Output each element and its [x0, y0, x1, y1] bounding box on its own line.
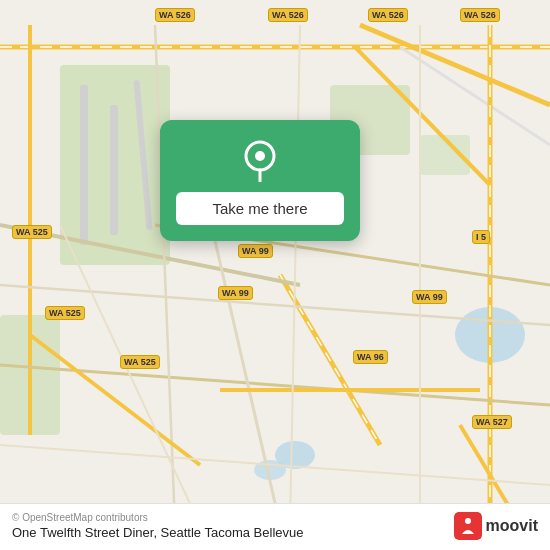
route-wa99-3: WA 99: [412, 290, 447, 304]
location-pin-icon: [238, 138, 282, 182]
moovit-logo: moovit: [454, 512, 538, 540]
route-wa99-1: WA 99: [238, 244, 273, 258]
map-container: WA 526 WA 526 WA 526 WA 526 WA 525 WA 52…: [0, 0, 550, 550]
take-me-there-button[interactable]: Take me there: [176, 192, 344, 225]
route-wa525-2: WA 525: [45, 306, 85, 320]
place-name: One Twelfth Street Diner, Seattle Tacoma…: [12, 525, 303, 540]
svg-point-34: [255, 151, 265, 161]
route-wa526-4: WA 526: [460, 8, 500, 22]
route-wa527: WA 527: [472, 415, 512, 429]
bottom-bar-info: © OpenStreetMap contributors One Twelfth…: [12, 512, 303, 540]
route-wa526-1: WA 526: [155, 8, 195, 22]
route-wa526-3: WA 526: [368, 8, 408, 22]
bottom-bar: © OpenStreetMap contributors One Twelfth…: [0, 503, 550, 550]
svg-rect-4: [80, 85, 88, 245]
moovit-icon: [454, 512, 482, 540]
route-wa525-1: WA 525: [12, 225, 52, 239]
svg-rect-5: [110, 105, 118, 235]
route-wa525-3: WA 525: [120, 355, 160, 369]
map-roads: [0, 0, 550, 550]
map-attribution: © OpenStreetMap contributors: [12, 512, 303, 523]
route-i5: I 5: [472, 230, 490, 244]
moovit-brand-text: moovit: [486, 517, 538, 535]
svg-line-22: [0, 365, 550, 405]
svg-point-36: [465, 518, 471, 524]
svg-rect-35: [454, 512, 482, 540]
route-wa99-2: WA 99: [218, 286, 253, 300]
route-wa96: WA 96: [353, 350, 388, 364]
destination-card: Take me there: [160, 120, 360, 241]
route-wa526-2: WA 526: [268, 8, 308, 22]
